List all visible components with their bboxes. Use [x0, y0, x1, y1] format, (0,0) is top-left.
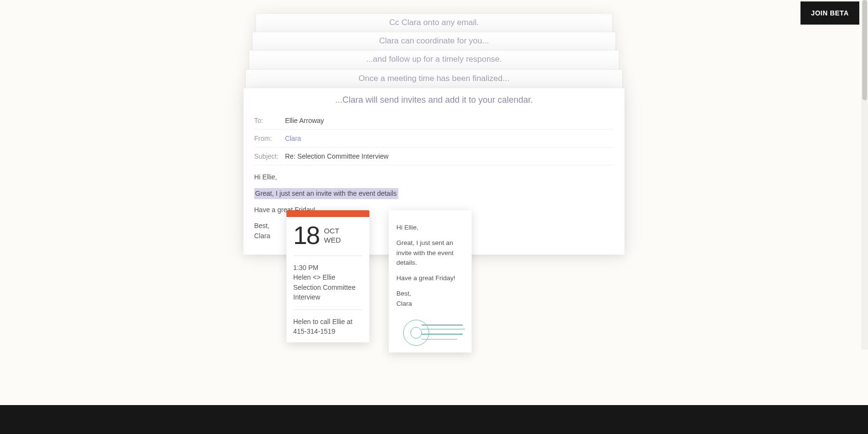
calendar-invite-card: 18 OCT WED 1:30 PM Helen <> Ellie Select… — [286, 210, 369, 342]
calendar-accent-bar — [286, 210, 369, 217]
email-signoff-1: Best, — [254, 222, 270, 230]
calendar-weekday: WED — [324, 235, 341, 245]
note-signoff-2: Clara — [396, 300, 412, 307]
calendar-title-1: Helen <> Ellie — [293, 272, 363, 282]
postmark-stamp-icon — [398, 319, 466, 348]
email-to-label: To: — [254, 117, 283, 124]
calendar-day-number: 18 — [293, 223, 319, 248]
join-beta-button[interactable]: JOIN BETA — [800, 1, 859, 25]
email-from-value: Clara — [285, 135, 301, 142]
email-headline: ...Clara will send invites and add it to… — [244, 88, 624, 112]
email-signoff-2: Clara — [254, 232, 270, 240]
email-to-value: Ellie Arroway — [285, 117, 324, 124]
note-line1: Great, I just sent an invite with the ev… — [396, 238, 464, 268]
page-footer — [0, 405, 868, 434]
email-from-row: From: Clara — [254, 130, 614, 148]
email-highlight-line: Great, I just sent an invite with the ev… — [254, 188, 398, 199]
email-subject-row: Subject: Re: Selection Committee Intervi… — [254, 148, 614, 165]
note-line2: Have a great Friday! — [396, 273, 464, 283]
email-from-label: From: — [254, 135, 283, 142]
calendar-title-2: Selection Committee Interview — [293, 283, 363, 302]
calendar-time: 1:30 PM — [293, 263, 363, 272]
calendar-month: OCT — [324, 226, 341, 236]
email-to-row: To: Ellie Arroway — [254, 112, 614, 130]
email-subject-label: Subject: — [254, 152, 283, 160]
email-greeting: Hi Ellie, — [254, 172, 614, 182]
calendar-detail: Helen to call Ellie at 415-314-1519 — [293, 317, 363, 337]
note-signoff-1: Best, — [396, 290, 411, 297]
note-greeting: Hi Ellie, — [396, 223, 464, 232]
scrollbar-thumb[interactable] — [862, 0, 867, 100]
scrollbar-track[interactable] — [861, 0, 868, 350]
note-card: Hi Ellie, Great, I just sent an invite w… — [389, 210, 472, 353]
email-subject-value: Re: Selection Committee Interview — [285, 152, 389, 160]
